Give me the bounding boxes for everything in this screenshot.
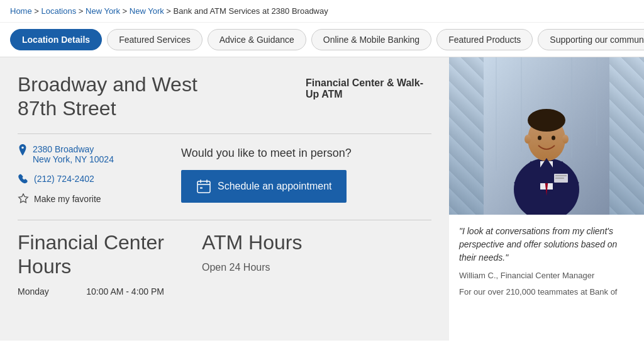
svg-point-14 — [525, 135, 531, 144]
svg-rect-1 — [200, 187, 203, 189]
address-line1: 2380 Broadway — [33, 144, 114, 154]
info-left: 2380 Broadway New York, NY 10024 (212) 7… — [18, 144, 156, 205]
location-icon — [18, 144, 28, 157]
svg-rect-18 — [555, 178, 564, 179]
tab-bar: Location Details Featured Services Advic… — [0, 23, 644, 57]
right-panel: "I look at conversations from my client'… — [449, 57, 644, 341]
left-panel: Broadway and West 87th Street Financial … — [0, 57, 449, 341]
svg-point-11 — [528, 109, 565, 132]
phone-link[interactable]: (212) 724-2402 — [34, 174, 94, 184]
phone-block: (212) 724-2402 — [18, 173, 156, 184]
tab-online-mobile[interactable]: Online & Mobile Banking — [311, 29, 431, 50]
quote-text: "I look at conversations from my client'… — [459, 225, 634, 264]
svg-point-15 — [562, 135, 569, 144]
quote-description: For our over 210,000 teammates at Bank o… — [459, 286, 634, 298]
address-block: 2380 Broadway New York, NY 10024 — [18, 144, 156, 164]
breadcrumb-state[interactable]: New York — [86, 6, 120, 16]
divider-bottom — [18, 220, 431, 220]
quote-author: William C., Financial Center Manager — [459, 271, 634, 280]
tab-communities[interactable]: Supporting our communities — [538, 29, 644, 50]
breadcrumb: Home > Locations > New York > New York >… — [0, 0, 644, 23]
atm-hours-block: ATM Hours Open 24 Hours — [202, 230, 302, 297]
meet-text: Would you like to meet in person? — [181, 147, 352, 160]
favorite-block[interactable]: Make my favorite — [18, 193, 156, 205]
tab-featured-services[interactable]: Featured Services — [107, 29, 203, 50]
monday-time: 10:00 AM - 4:00 PM — [86, 286, 164, 297]
breadcrumb-city[interactable]: New York — [130, 6, 164, 16]
calendar-icon — [196, 179, 211, 194]
schedule-button[interactable]: Schedule an appointment — [181, 170, 347, 203]
hours-section: Financial CenterHours Monday 10:00 AM - … — [18, 230, 431, 297]
tab-featured-products[interactable]: Featured Products — [436, 29, 533, 50]
address-line2: New York, NY 10024 — [33, 154, 114, 164]
banker-svg — [484, 57, 609, 215]
financial-hours-title: Financial CenterHours — [18, 230, 164, 279]
breadcrumb-locations[interactable]: Locations — [42, 6, 77, 16]
monday-hours-row: Monday 10:00 AM - 4:00 PM — [18, 286, 164, 297]
svg-point-13 — [552, 136, 555, 140]
breadcrumb-current: Bank and ATM Services at 2380 Broadway — [174, 6, 328, 16]
tab-advice-guidance[interactable]: Advice & Guidance — [208, 29, 306, 50]
favorite-label: Make my favorite — [34, 194, 101, 204]
divider-top — [18, 133, 431, 134]
main-content: Broadway and West 87th Street Financial … — [0, 57, 644, 341]
svg-point-12 — [538, 136, 541, 140]
location-header: Broadway and West 87th Street Financial … — [18, 72, 431, 121]
schedule-label: Schedule an appointment — [218, 181, 331, 192]
location-name: Broadway and West 87th Street — [18, 72, 206, 121]
info-grid: 2380 Broadway New York, NY 10024 (212) 7… — [18, 144, 431, 205]
info-right: Would you like to meet in person? Schedu… — [181, 144, 352, 205]
location-type: Financial Center & Walk-Up ATM — [306, 72, 431, 100]
banker-photo — [449, 57, 644, 215]
phone-icon — [18, 173, 29, 184]
banker-quote: "I look at conversations from my client'… — [449, 215, 644, 308]
atm-open-label: Open 24 Hours — [202, 262, 302, 273]
breadcrumb-home[interactable]: Home — [10, 6, 32, 16]
address-text[interactable]: 2380 Broadway New York, NY 10024 — [33, 144, 114, 164]
svg-rect-0 — [197, 181, 210, 193]
atm-hours-title: ATM Hours — [202, 230, 302, 254]
star-icon — [18, 193, 29, 205]
monday-label: Monday — [18, 286, 49, 297]
financial-hours-block: Financial CenterHours Monday 10:00 AM - … — [18, 230, 164, 297]
tab-location-details[interactable]: Location Details — [10, 29, 102, 50]
svg-rect-17 — [555, 175, 567, 176]
